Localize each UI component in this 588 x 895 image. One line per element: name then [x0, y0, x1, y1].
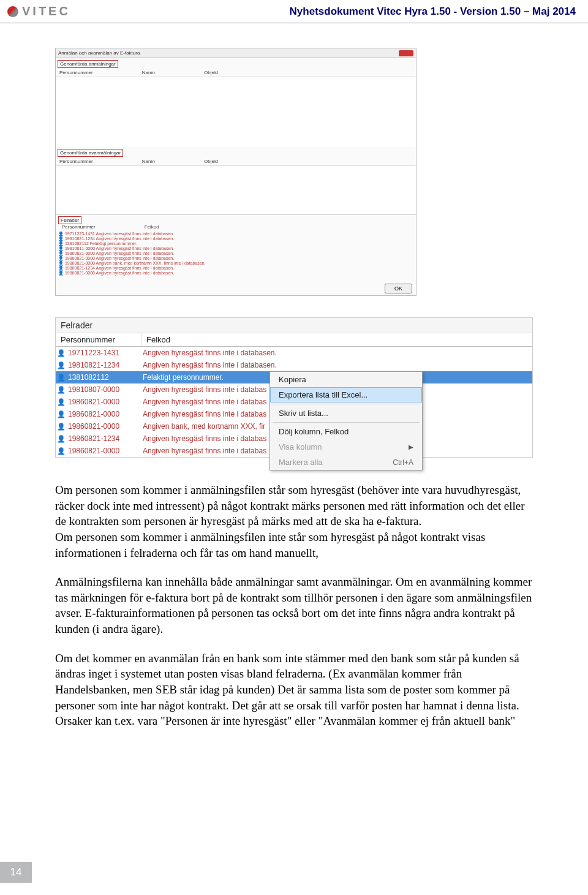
- ctx-hide-label: Dölj kolumn, Felkod: [279, 427, 349, 436]
- table-row: 👤 19860821-0000 Angiven hyresgäst finns …: [58, 271, 413, 276]
- section-avanmalningar: Genomförda avanmälningar: [58, 149, 123, 157]
- panel-title: Felrader: [56, 318, 532, 333]
- person-icon: 👤: [56, 435, 67, 443]
- ctx-shortcut: Ctrl+A: [393, 458, 413, 467]
- panel-col-header: Personnummer Felkod: [56, 333, 532, 347]
- cell-personnummer: 19711223-1431: [67, 349, 141, 357]
- ctx-copy-label: Kopiera: [279, 375, 306, 384]
- person-icon: 👤: [56, 349, 67, 357]
- efaktura-dialog: Anmälan och avanmälan av E-faktura Genom…: [55, 48, 417, 296]
- logo: VITEC: [7, 4, 70, 18]
- table-row: 👤 19860821-0000 Angiven hyresgäst finns …: [58, 256, 413, 261]
- document-title: Nyhetsdokument Vitec Hyra 1.50 - Version…: [290, 6, 576, 18]
- table-row: 👤 19810821-1234 Angiven hyresgäst finns …: [58, 236, 413, 241]
- paragraph: Om det kommer en avanmälan från en bank …: [55, 651, 533, 729]
- ctx-print-list[interactable]: Skriv ut lista...: [270, 406, 422, 421]
- table-row: 👤 19711223-1431 Angiven hyresgäst finns …: [58, 232, 413, 236]
- dialog-titlebar: Anmälan och avanmälan av E-faktura: [56, 48, 416, 58]
- ctx-show-column[interactable]: Visa kolumn ▶: [270, 439, 422, 455]
- submenu-arrow-icon: ▶: [409, 444, 413, 450]
- ctx-export-excel[interactable]: Exportera lista till Excel...: [270, 387, 422, 402]
- dialog1-errors: Felrader Personnummer Felkod 👤 19711223-…: [56, 214, 416, 282]
- cell-felkod: Angiven hyresgäst finns inte i databasen…: [141, 349, 532, 357]
- col-felkod: Felkod: [145, 224, 159, 232]
- col-objekt: Objekt: [204, 70, 218, 77]
- col-personnummer: Personnummer: [56, 333, 141, 346]
- cell-felkod: Angiven hyresgäst finns inte i databasen…: [141, 361, 532, 369]
- table-row[interactable]: 👤19711223-1431Angiven hyresgäst finns in…: [56, 347, 532, 359]
- cell-personnummer: 19860821-0000: [67, 410, 141, 418]
- table-row[interactable]: 👤19810821-1234Angiven hyresgäst finns in…: [56, 359, 532, 371]
- separator: [273, 422, 420, 423]
- col-namn: Namn: [142, 159, 155, 165]
- body-text: Om personen som kommer i anmälningsfilen…: [55, 482, 533, 729]
- table-row: 👤 19810811-0000 Angiven hyresgäst finns …: [58, 246, 413, 251]
- person-icon: 👤: [56, 374, 67, 382]
- ctx-show-label: Visa kolumn: [279, 442, 322, 451]
- col-namn: Namn: [142, 70, 155, 77]
- cell-personnummer: 1381082112: [67, 373, 141, 382]
- context-menu: Kopiera Exportera lista till Excel... Sk…: [270, 371, 423, 470]
- section-felrader: Felrader: [58, 216, 81, 224]
- cell-personnummer: 19860821-0000: [67, 447, 141, 455]
- logo-mark-icon: [7, 6, 18, 17]
- person-icon: 👤: [56, 386, 67, 394]
- cell-personnummer: 19810807-0000: [67, 385, 141, 394]
- page-number: 14: [0, 862, 32, 883]
- dialog1-body-b: [56, 166, 416, 214]
- person-icon: 👤: [56, 447, 67, 455]
- ctx-select-all[interactable]: Markera alla Ctrl+A: [270, 455, 422, 470]
- ctx-hide-column[interactable]: Dölj kolumn, Felkod: [270, 424, 422, 439]
- logo-text: VITEC: [22, 4, 70, 18]
- person-icon: 👤: [56, 398, 67, 406]
- table-row: 👤 19860821-0000 Angiven hyresgäst finns …: [58, 251, 413, 256]
- ctx-copy[interactable]: Kopiera: [270, 372, 422, 387]
- col-felkod: Felkod: [141, 333, 532, 346]
- separator: [273, 404, 420, 404]
- cell-personnummer: 19860821-0000: [67, 398, 141, 406]
- dialog1-col-header2: Personnummer Namn Objekt: [56, 159, 416, 166]
- para-text: Om personen som kommer i anmälningsfilen…: [55, 531, 485, 559]
- paragraph: Om personen som kommer i anmälningsfilen…: [55, 482, 533, 561]
- dialog-title: Anmälan och avanmälan av E-faktura: [58, 50, 140, 56]
- dialog1-body-a: [56, 77, 416, 147]
- table-row: 👤 1381082112 Felaktigt personnummer.: [58, 241, 413, 246]
- page-header: VITEC Nyhetsdokument Vitec Hyra 1.50 - V…: [0, 0, 588, 23]
- table-row: 👤 19860821-0000 Angiven bank, med kortna…: [58, 261, 413, 266]
- ctx-print-label: Skriv ut lista...: [279, 409, 328, 418]
- ctx-selectall-label: Markera alla: [279, 458, 323, 467]
- section-anmalningar: Genomförda anmälningar: [58, 60, 118, 68]
- ctx-export-label: Exportera lista till Excel...: [279, 390, 368, 399]
- paragraph: Anmälningsfilerna kan innehålla både anm…: [55, 574, 533, 637]
- col-objekt: Objekt: [204, 159, 218, 165]
- ok-button[interactable]: OK: [385, 284, 412, 293]
- table-row: 👤 19860821-1234 Angiven hyresgäst finns …: [58, 266, 413, 271]
- person-icon: 👤: [56, 423, 67, 431]
- close-icon[interactable]: [399, 50, 413, 56]
- person-icon: 👤: [56, 361, 67, 369]
- dialog1-col-header: Personnummer Namn Objekt: [56, 70, 416, 77]
- person-icon: 👤: [56, 410, 67, 418]
- cell-personnummer: 19810821-1234: [67, 361, 141, 369]
- cell-personnummer: 19860821-0000: [67, 422, 141, 431]
- col-personnummer: Personnummer: [59, 159, 93, 165]
- dialog-footer: OK: [56, 282, 416, 295]
- cell-personnummer: 19860821-1234: [67, 434, 141, 443]
- para-text: Om personen som kommer i anmälningsfilen…: [55, 483, 525, 527]
- col-personnummer: Personnummer: [62, 224, 96, 232]
- col-personnummer: Personnummer: [59, 70, 93, 77]
